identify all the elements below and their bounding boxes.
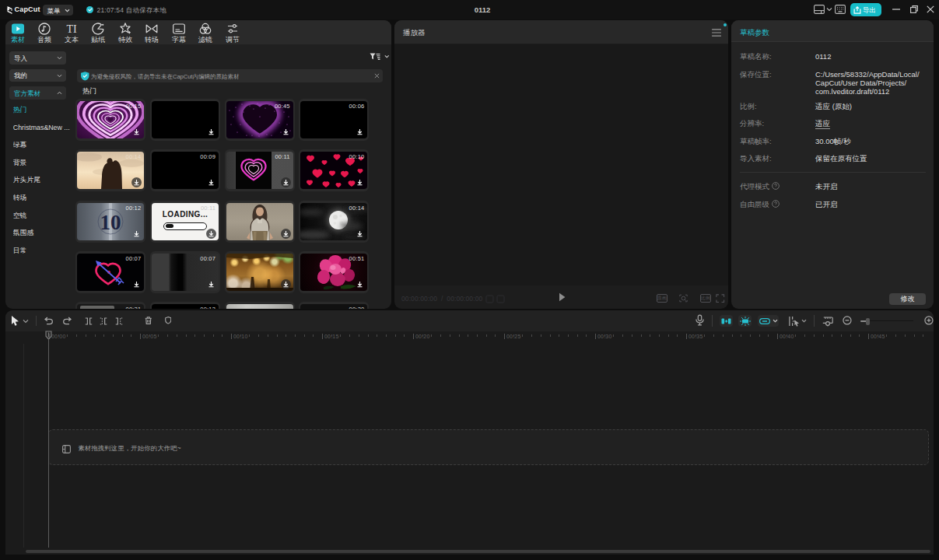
svg-text:10: 10: [100, 210, 121, 233]
svg-text:TI: TI: [66, 23, 77, 35]
